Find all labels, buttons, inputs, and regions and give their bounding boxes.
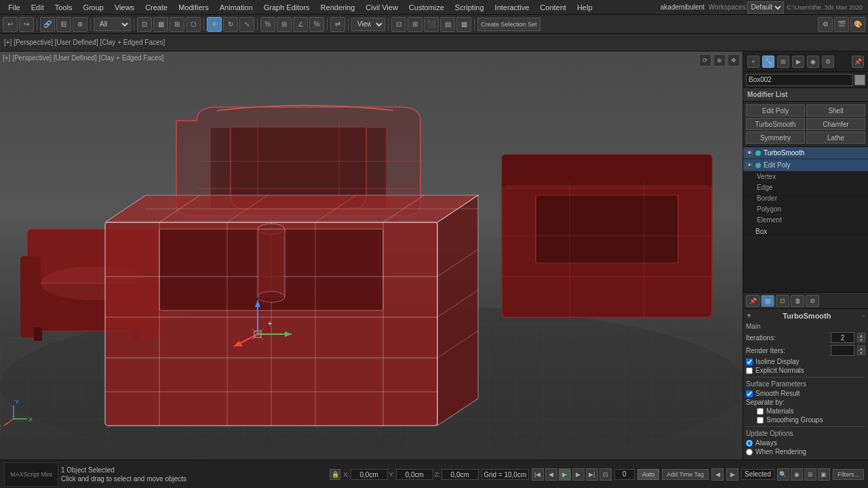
stack-item-edit-poly[interactable]: 👁 Edit Poly [743,159,868,171]
select-btn[interactable]: ⊡ [137,17,152,32]
scale-btn[interactable]: ⤡ [239,17,254,32]
bind-btn[interactable]: ⊕ [73,17,87,32]
mod-delete-btn[interactable]: 🗑 [791,295,804,307]
frame-input[interactable] [614,469,635,480]
isolate-btn[interactable]: ◉ [791,468,803,481]
menu-rendering[interactable]: Rendering [315,2,361,13]
keyframe-next-btn[interactable]: ▶ [572,468,585,481]
menu-edit[interactable]: Edit [26,2,50,13]
filter-dropdown[interactable]: All [94,18,131,31]
menu-modifiers[interactable]: Modifiers [173,2,214,13]
move-btn[interactable]: ✛ [207,17,222,32]
pan-icon[interactable]: ✥ [728,54,740,66]
viewport[interactable]: + X Y Z [+] [Perspective] [User Defined]… [0,52,743,460]
color-swatch[interactable] [854,75,865,85]
stack-sub-edge[interactable]: Edge [743,182,868,193]
view-dropdown[interactable]: View [351,18,385,31]
selected-display[interactable]: Selected [741,469,774,480]
mirror-btn[interactable]: ⇌ [330,17,345,32]
mod-show-end-btn[interactable]: ⊡ [776,295,789,307]
x-value[interactable]: 0,0cm [351,469,388,480]
ts-materials-checkbox[interactable] [757,408,764,415]
stack-item-box[interactable]: Box [743,226,868,238]
vp-nav4[interactable]: ▤ [440,17,455,32]
snap-toggle-btn[interactable]: ⊞ [277,17,292,32]
shell-shortcut[interactable]: Shell [806,104,865,117]
utilities-tab-btn[interactable]: ⚙ [822,56,834,68]
ts-explicit-normals-checkbox[interactable] [746,367,753,374]
chamfer-shortcut[interactable]: Chamfer [806,118,865,130]
ts-riter-down[interactable]: ▼ [857,350,865,355]
pin-btn[interactable]: 📌 [852,56,864,68]
hierarchy-tab-btn[interactable]: ⊞ [777,56,789,68]
zoom-icon[interactable]: ⊕ [713,54,726,66]
vp-nav2[interactable]: ⊞ [408,17,422,32]
ts-smooth-result-checkbox[interactable] [746,390,753,397]
ts-iter-down[interactable]: ▼ [857,338,865,342]
mod-pin-btn[interactable]: 📌 [746,295,760,307]
lock-icon[interactable]: 🔒 [330,469,340,480]
menu-group[interactable]: Group [77,2,109,13]
region-btn[interactable]: ▦ [153,17,168,32]
ts-when-rendering-radio[interactable] [746,449,753,455]
ts-iterations-input[interactable] [831,332,854,343]
keyframe-prev-btn[interactable]: ◀ [545,468,557,481]
render-tools[interactable]: ⚙ [818,17,833,32]
keyframe-first-btn[interactable]: |◀ [532,468,544,481]
play-btn[interactable]: ▶ [559,468,571,481]
motion-tab-btn[interactable]: ▶ [792,56,804,68]
menu-content[interactable]: Content [534,2,572,13]
lathe-shortcut[interactable]: Lathe [806,131,865,144]
y-value[interactable]: 0,0cm [396,469,433,480]
ts-pin-icon[interactable]: − [862,312,865,319]
menu-create[interactable]: Create [140,2,173,13]
modify-tab-btn[interactable]: 🔧 [762,56,774,68]
stack-sub-border[interactable]: Border [743,193,868,204]
rotate-btn[interactable]: ↻ [223,17,238,32]
mod-active-btn[interactable]: ▦ [761,295,774,307]
maxscript-area[interactable]: MAXScript Mini [4,462,58,487]
menu-customize[interactable]: Customize [403,2,450,13]
ts-always-radio[interactable] [746,440,753,447]
angle-snap-btn[interactable]: ∠ [293,17,308,32]
stack-visibility-eye-ep[interactable]: 👁 [746,162,753,169]
stack-sub-polygon[interactable]: Polygon [743,204,868,215]
stack-sub-element[interactable]: Element [743,215,868,226]
menu-animation[interactable]: Animation [214,2,258,13]
workspaces-select[interactable]: Default [747,1,784,14]
percent-snap-btn[interactable]: % [309,17,324,32]
ts-riter-up[interactable]: ▲ [857,346,865,350]
percent-btn[interactable]: % [260,17,275,32]
keyframe-mode-btn[interactable]: ⊡ [599,468,612,481]
redo-btn[interactable]: ↪ [19,17,34,32]
window-btn[interactable]: ⊞ [170,17,184,32]
create-tab-btn[interactable]: + [747,56,760,68]
orbit-icon[interactable]: ⟳ [699,54,711,66]
filters-btn[interactable]: Filters... [833,469,864,480]
ts-collapse-arrow[interactable]: ▼ [746,312,752,319]
menu-help[interactable]: Help [572,2,598,13]
object-name-input[interactable] [746,74,853,86]
menu-views[interactable]: Views [109,2,140,13]
mod-config-btn[interactable]: ⚙ [806,295,819,307]
menu-interactive[interactable]: Interactive [490,2,535,13]
render-btn[interactable]: 🎬 [834,17,849,32]
select-by-name-btn[interactable]: ▣ [818,468,830,481]
lasso-btn[interactable]: ⬡ [186,17,201,32]
menu-civil-view[interactable]: Civil View [360,2,403,13]
stack-item-turbosmooth[interactable]: 👁 TurboSmooth [743,147,868,159]
link-btn[interactable]: 🔗 [40,17,55,32]
stack-sub-vertex[interactable]: Vertex [743,171,868,182]
create-selection-set-btn[interactable]: Create Selection Set [477,18,540,31]
vp-nav3[interactable]: ⬛ [424,17,439,32]
menu-file[interactable]: File [3,2,26,13]
user-account[interactable]: akademibulent [656,3,709,11]
ts-isoline-checkbox[interactable] [746,359,753,365]
unlink-btn[interactable]: ⛓ [56,17,71,32]
menu-tools[interactable]: Tools [50,2,78,13]
display-tab-btn[interactable]: ◉ [807,56,819,68]
vp-nav5[interactable]: ▦ [456,17,471,32]
undo-btn[interactable]: ↩ [3,17,18,32]
edit-poly-shortcut[interactable]: Edit Poly [746,104,805,117]
auto-key-btn[interactable]: Auto [637,469,660,480]
